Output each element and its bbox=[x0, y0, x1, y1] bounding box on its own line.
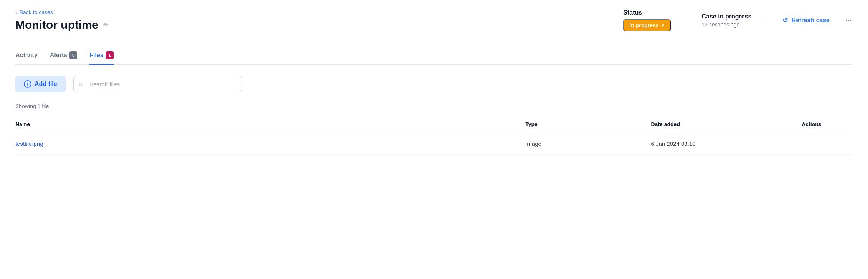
files-table: Name Type Date added Actions testfile.pn… bbox=[15, 116, 853, 155]
back-arrow-icon: ‹ bbox=[15, 9, 17, 15]
refresh-label: Refresh case bbox=[791, 17, 830, 24]
status-badge-text: In progress bbox=[629, 22, 658, 28]
case-progress-title: Case in progress bbox=[702, 13, 752, 20]
col-header-type: Type bbox=[518, 116, 643, 133]
tab-alerts[interactable]: Alerts 0 bbox=[50, 47, 77, 65]
more-options-icon[interactable]: ⋯ bbox=[845, 16, 853, 25]
refresh-icon: ↺ bbox=[782, 16, 788, 25]
file-type: Image bbox=[518, 133, 643, 155]
page-wrapper: ‹ Back to cases Monitor uptime ✏ Status … bbox=[0, 0, 868, 279]
toolbar: + Add file ⌕ bbox=[15, 76, 853, 92]
header: ‹ Back to cases Monitor uptime ✏ Status … bbox=[15, 9, 853, 31]
tab-activity-label: Activity bbox=[15, 52, 38, 59]
add-circle-icon: + bbox=[24, 80, 31, 88]
status-badge-button[interactable]: In progress ∨ bbox=[623, 19, 670, 31]
showing-label: Showing 1 file bbox=[15, 103, 853, 109]
col-header-actions: Actions bbox=[794, 116, 853, 133]
tab-alerts-label: Alerts bbox=[50, 52, 67, 59]
col-header-name: Name bbox=[15, 116, 518, 133]
add-file-label: Add file bbox=[35, 81, 57, 87]
search-wrapper: ⌕ bbox=[73, 76, 242, 92]
chevron-down-icon: ∨ bbox=[661, 23, 665, 28]
page-title-row: Monitor uptime ✏ bbox=[15, 18, 109, 31]
col-header-date-added: Date added bbox=[644, 116, 794, 133]
edit-icon[interactable]: ✏ bbox=[103, 21, 109, 29]
add-file-button[interactable]: + Add file bbox=[15, 76, 66, 92]
tab-files[interactable]: Files 1 bbox=[89, 47, 113, 65]
header-left: ‹ Back to cases Monitor uptime ✏ bbox=[15, 9, 109, 31]
tab-files-label: Files bbox=[89, 52, 103, 59]
refresh-case-button[interactable]: ↺ Refresh case bbox=[782, 16, 830, 25]
file-name-link[interactable]: testfile.png bbox=[15, 140, 43, 147]
back-link-label: Back to cases bbox=[20, 9, 53, 15]
case-progress-time: 13 seconds ago bbox=[702, 21, 752, 28]
tab-alerts-badge: 0 bbox=[69, 51, 77, 59]
status-label: Status bbox=[623, 9, 642, 16]
status-section: Status In progress ∨ bbox=[623, 9, 686, 31]
page-title: Monitor uptime bbox=[15, 18, 99, 31]
case-progress-section: Case in progress 13 seconds ago bbox=[686, 13, 767, 28]
search-input[interactable] bbox=[73, 76, 242, 92]
file-date-added: 6 Jan 2024 03:10 bbox=[644, 133, 794, 155]
tab-files-badge: 1 bbox=[106, 51, 114, 59]
search-icon: ⌕ bbox=[79, 81, 83, 87]
back-to-cases-link[interactable]: ‹ Back to cases bbox=[15, 9, 109, 15]
refresh-section: ↺ Refresh case ⋯ bbox=[767, 16, 853, 25]
header-right: Status In progress ∨ Case in progress 13… bbox=[623, 9, 853, 31]
table-header-row: Name Type Date added Actions bbox=[15, 116, 853, 133]
tab-activity[interactable]: Activity bbox=[15, 47, 38, 64]
tabs: Activity Alerts 0 Files 1 bbox=[15, 47, 853, 65]
row-actions-icon[interactable]: ⋯ bbox=[838, 140, 845, 147]
table-row: testfile.pngImage6 Jan 2024 03:10⋯ bbox=[15, 133, 853, 155]
